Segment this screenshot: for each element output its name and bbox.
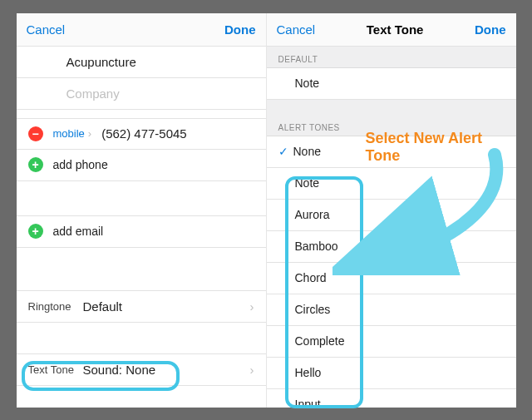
tone-row[interactable]: Input: [267, 389, 516, 408]
tone-label: Hello: [295, 366, 322, 379]
selected-tone-label: None: [293, 145, 321, 158]
plus-icon: +: [28, 157, 43, 172]
contact-edit-screen: Cancel Done Acupuncture Company − mobile…: [17, 13, 266, 408]
done-button[interactable]: Done: [475, 22, 506, 37]
phone-label[interactable]: mobile: [53, 127, 85, 140]
tone-label: Complete: [295, 334, 345, 348]
chevron-right-icon: ›: [250, 363, 254, 377]
texttone-label: Text Tone: [28, 363, 83, 376]
add-email-label: add email: [53, 225, 104, 238]
tone-row[interactable]: Bamboo: [267, 231, 516, 263]
company-field[interactable]: Company: [17, 78, 266, 110]
nav-title: Text Tone: [367, 22, 424, 37]
ringtone-value: Default: [83, 299, 250, 314]
section-header-alerttones: ALERT TONES: [267, 100, 516, 136]
add-phone-label: add phone: [53, 158, 108, 171]
nav-bar: Cancel Text Tone Done: [267, 13, 516, 47]
ringtone-label: Ringtone: [28, 300, 83, 313]
tone-label: Input: [295, 398, 321, 408]
tone-row[interactable]: Complete: [267, 326, 516, 358]
tone-label: Note: [295, 176, 320, 190]
tone-label: Chord: [295, 271, 327, 284]
chevron-right-icon: ›: [250, 299, 254, 314]
default-tone-label: Note: [295, 77, 320, 90]
nav-bar: Cancel Done: [17, 13, 266, 47]
plus-icon: +: [28, 224, 43, 239]
chevron-right-icon: ›: [88, 127, 91, 140]
texttone-picker-screen: Cancel Text Tone Done DEFAULT Note ALERT…: [267, 13, 516, 408]
selected-tone-row[interactable]: ✓ None: [267, 136, 516, 168]
delete-icon[interactable]: −: [28, 126, 43, 141]
add-phone-row[interactable]: + add phone: [17, 150, 266, 181]
tone-label: Bamboo: [295, 240, 338, 253]
add-email-row[interactable]: + add email: [17, 216, 266, 248]
tone-row[interactable]: Chord: [267, 263, 516, 294]
phone-row[interactable]: − mobile › (562) 477-5045: [17, 118, 266, 150]
done-button[interactable]: Done: [224, 22, 256, 37]
tone-label: Aurora: [295, 208, 330, 221]
cancel-button[interactable]: Cancel: [27, 22, 66, 37]
phone-value[interactable]: (562) 477-5045: [101, 126, 187, 141]
tone-label: Circles: [295, 303, 331, 316]
ringtone-row[interactable]: Ringtone Default ›: [17, 291, 266, 323]
texttone-value: Sound: None: [83, 363, 250, 377]
tone-row[interactable]: Note: [267, 168, 516, 200]
checkmark-icon: ✓: [278, 145, 293, 158]
default-tone-row[interactable]: Note: [267, 68, 516, 100]
tone-row[interactable]: Aurora: [267, 200, 516, 231]
contact-name-field[interactable]: Acupuncture: [17, 47, 266, 78]
tone-row[interactable]: Hello: [267, 358, 516, 389]
alert-tone-list: NoteAuroraBambooChordCirclesCompleteHell…: [267, 168, 516, 408]
texttone-row[interactable]: Text Tone Sound: None ›: [17, 354, 266, 386]
section-header-default: DEFAULT: [267, 47, 516, 68]
tone-row[interactable]: Circles: [267, 294, 516, 326]
cancel-button[interactable]: Cancel: [277, 22, 316, 37]
